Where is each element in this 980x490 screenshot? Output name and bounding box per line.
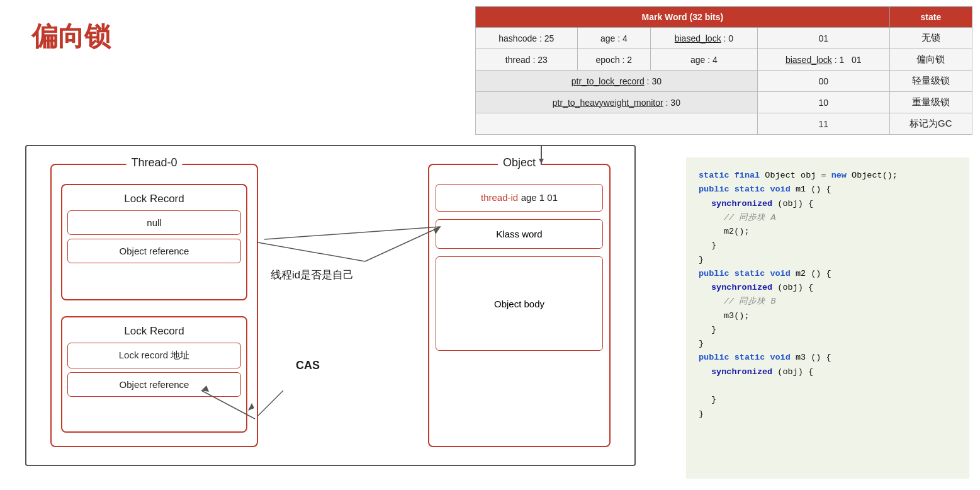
table-header-main: Mark Word (32 bits) bbox=[476, 7, 890, 28]
lock-record-2-label: Lock Record bbox=[67, 325, 241, 338]
object-label: Object bbox=[498, 156, 541, 169]
code-line-2: public static void m1 () { bbox=[699, 183, 957, 197]
annotation-cas: CAS bbox=[296, 359, 320, 372]
code-line-14: public static void m3 () { bbox=[699, 351, 957, 365]
lock-record-box-1: Lock Record null Object reference bbox=[61, 184, 247, 300]
lock-record-1-label: Lock Record bbox=[67, 193, 241, 205]
page-title: 偏向锁 bbox=[31, 19, 111, 54]
code-line-11: m3(); bbox=[699, 309, 957, 323]
code-line-6: } bbox=[699, 239, 957, 253]
diagram-area: Thread-0 Lock Record null Object referen… bbox=[13, 145, 655, 485]
klass-section: Klass word bbox=[436, 219, 603, 249]
thread-id-text: thread-id bbox=[481, 192, 518, 203]
mark-word-table: Mark Word (32 bits) state hashcode : 25 … bbox=[475, 6, 972, 135]
code-line-15: synchronized (obj) { bbox=[699, 365, 957, 379]
table-row: thread : 23 epoch : 2 age : 4 biased_loc… bbox=[476, 49, 972, 71]
body-section: Object body bbox=[436, 256, 603, 351]
object-box: Object thread-id age 1 01 Klass word Obj… bbox=[428, 164, 611, 447]
code-line-13: } bbox=[699, 337, 957, 351]
lock-addr-box: Lock record 地址 bbox=[67, 343, 241, 368]
thread0-label: Thread-0 bbox=[126, 156, 182, 169]
table-row: ptr_to_lock_record : 30 00 轻量级锁 bbox=[476, 71, 972, 92]
lock-record-box-2: Lock Record Lock record 地址 Object refere… bbox=[61, 316, 247, 433]
table-row: hashcode : 25 age : 4 biased_lock : 0 01… bbox=[476, 28, 972, 49]
mark-word-section: thread-id age 1 01 bbox=[436, 184, 603, 212]
obj-ref-box-2: Object reference bbox=[67, 372, 241, 397]
table-row: ptr_to_heavyweight_monitor : 30 10 重量级锁 bbox=[476, 92, 972, 113]
code-line-7: } bbox=[699, 253, 957, 267]
annotation-thread-id: 线程id是否是自己 bbox=[271, 268, 354, 282]
code-line-9: synchronized (obj) { bbox=[699, 281, 957, 295]
code-line-1: static final Object obj = new Object(); bbox=[699, 169, 957, 183]
code-line-8: public static void m2 () { bbox=[699, 267, 957, 281]
null-box: null bbox=[67, 210, 241, 235]
table-row: 11 标记为GC bbox=[476, 113, 972, 135]
code-panel: static final Object obj = new Object(); … bbox=[686, 157, 969, 479]
code-line-3: synchronized (obj) { bbox=[699, 197, 957, 211]
code-line-17: } bbox=[699, 393, 957, 407]
code-line-10: // 同步块 B bbox=[699, 295, 957, 309]
code-line-16 bbox=[699, 379, 957, 393]
mark-word-rest: age 1 01 bbox=[521, 192, 558, 203]
code-line-5: m2(); bbox=[699, 225, 957, 239]
code-line-12: } bbox=[699, 323, 957, 337]
thread0-box: Thread-0 Lock Record null Object referen… bbox=[50, 164, 258, 447]
code-line-18: } bbox=[699, 407, 957, 421]
table-header-state: state bbox=[889, 7, 972, 28]
code-line-4: // 同步块 A bbox=[699, 211, 957, 225]
obj-ref-box-1: Object reference bbox=[67, 239, 241, 263]
